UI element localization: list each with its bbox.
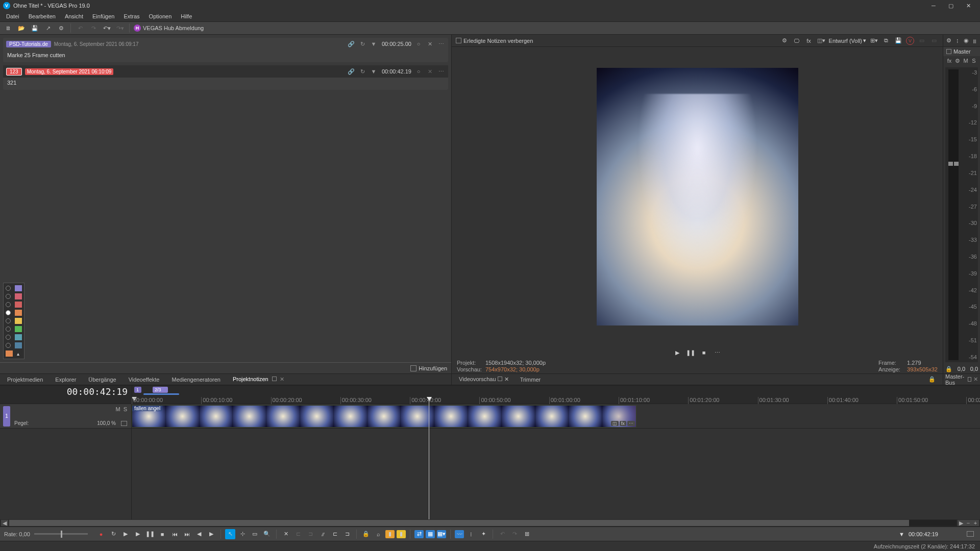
marker-in-button[interactable]: ⊏ [330, 529, 340, 539]
note-refresh-icon[interactable]: ↻ [358, 67, 366, 76]
note-item[interactable]: 123 Montag, 6. September 2021 06:10:09 🔗… [3, 65, 448, 90]
menu-hilfe[interactable]: Hilfe [177, 12, 196, 20]
preview-save-icon[interactable]: 💾 [894, 36, 903, 45]
color-radio[interactable] [6, 327, 11, 332]
playhead-triangle[interactable] [427, 397, 432, 401]
preview-btn-a[interactable]: ▭ [917, 36, 926, 45]
color-radio[interactable] [6, 310, 11, 315]
zoom-in-icon[interactable]: + [972, 520, 979, 526]
selection-tool-button[interactable]: ▭ [250, 529, 260, 539]
color-swatch[interactable] [15, 293, 22, 299]
menu-einfuegen[interactable]: Einfügen [88, 12, 118, 20]
menu-datei[interactable]: Datei [2, 12, 23, 20]
master-lock-icon[interactable]: 🔒 [945, 366, 952, 372]
menu-bearbeiten[interactable]: Bearbeiten [24, 12, 60, 20]
preview-v-icon[interactable]: V [906, 37, 914, 45]
delete-button[interactable]: ✕ [281, 529, 291, 539]
preview-external-icon[interactable]: 🖵 [792, 36, 801, 45]
menu-ansicht[interactable]: Ansicht [61, 12, 87, 20]
timeline-scrollbar[interactable]: ◀ ▶ − + [0, 519, 980, 527]
trim-end-button[interactable]: ⊐ [305, 529, 315, 539]
clip-more-icon[interactable]: ⋯ [627, 421, 635, 426]
master-mute-button[interactable]: M [963, 58, 969, 64]
tab-videovorschau[interactable]: Videovorschau ✕ [455, 375, 513, 384]
preview-btn-b[interactable]: ▭ [929, 36, 939, 45]
timeline-marker[interactable]: 2/3 [153, 387, 168, 393]
color-swatch[interactable] [15, 342, 22, 348]
stop-button[interactable]: ■ [157, 529, 167, 539]
timeline-marker-bar[interactable]: 1 2/3 [132, 386, 980, 397]
note-marker-icon[interactable]: ▼ [370, 67, 378, 76]
play-start-button[interactable]: ▶ [120, 529, 131, 539]
cursor-tool-button[interactable]: ↖ [225, 529, 235, 539]
preview-stop-icon[interactable]: ■ [700, 348, 708, 357]
redo-tl-button[interactable]: ↷ [509, 529, 520, 539]
rate-control[interactable]: Rate: 0,00 [0, 531, 92, 537]
scroll-left-icon[interactable]: ◀ [1, 520, 8, 526]
undo-tl-button[interactable]: ↶ [497, 529, 507, 539]
playhead[interactable] [429, 397, 429, 519]
palette-arrow-icon[interactable]: ▴ [17, 351, 19, 357]
properties-icon[interactable]: ⚙ [56, 23, 66, 33]
preview-settings-icon[interactable]: ⚙ [780, 36, 789, 45]
note-more-icon[interactable]: ⋯ [437, 67, 445, 76]
hide-done-notes-checkbox[interactable]: Erledigte Notizen verbergen [456, 38, 533, 44]
preview-play-icon[interactable]: ▶ [673, 348, 681, 357]
timeline-region[interactable] [143, 393, 179, 395]
menu-optionen[interactable]: Optionen [145, 12, 176, 20]
scroll-right-icon[interactable]: ▶ [958, 520, 965, 526]
clip-crop-icon[interactable]: ◫ [611, 421, 619, 426]
color-palette-popup[interactable]: ▴ [3, 283, 24, 359]
note-link-icon[interactable]: 🔗 [347, 67, 355, 76]
tab-close-icon[interactable]: ✕ [973, 376, 978, 383]
note-done-icon[interactable]: ○ [414, 40, 423, 48]
lock-button[interactable]: 🔒 [361, 529, 371, 539]
snap-button[interactable]: ⌕ [373, 529, 383, 539]
preview-grid-icon[interactable]: ⊞▾ [869, 36, 878, 45]
tab-window-icon[interactable] [498, 377, 502, 381]
color-swatch[interactable] [15, 285, 22, 291]
region-button[interactable]: ▮ [397, 530, 406, 538]
track-row[interactable]: fallen angel ◫ fx ⋯ [132, 404, 980, 429]
go-start-button[interactable]: ⏮ [169, 529, 180, 539]
next-frame-button[interactable]: ▶ [206, 529, 216, 539]
track-solo-button[interactable]: S [124, 406, 127, 412]
tab-uebergaenge[interactable]: Übergänge [83, 375, 121, 384]
tab-mediengeneratoren[interactable]: Mediengeneratoren [167, 375, 226, 384]
color-radio[interactable] [6, 335, 11, 340]
marker-out-button[interactable]: ⊐ [342, 529, 352, 539]
play-button[interactable]: ▶ [133, 529, 143, 539]
vegas-hub-link[interactable]: H VEGAS Hub Abmeldung [134, 24, 204, 32]
edit-tool-button[interactable]: ⊹ [237, 529, 248, 539]
footer-display-icon[interactable] [967, 531, 974, 537]
clip-fx-icon[interactable]: fx [620, 421, 626, 426]
trim-start-button[interactable]: ⊏ [293, 529, 303, 539]
undo-dropdown-icon[interactable]: ↶▾ [102, 23, 112, 33]
color-swatch[interactable] [15, 302, 22, 308]
tab-videoeffekte[interactable]: Videoeffekte [124, 375, 165, 384]
footer-timecode[interactable]: 00:00:42:19 [909, 531, 938, 537]
redo-dropdown-icon[interactable]: ↷▾ [115, 23, 125, 33]
color-swatch[interactable] [15, 318, 22, 324]
color-radio[interactable] [6, 343, 11, 348]
tab-projektmedien[interactable]: Projektmedien [2, 375, 48, 384]
save-icon[interactable]: 💾 [30, 23, 40, 33]
note-delete-icon[interactable]: ✕ [426, 40, 434, 48]
nested-button[interactable]: ⊞ [522, 529, 532, 539]
tab-master-bus[interactable]: Master-Bus [945, 373, 968, 386]
master-meter-icon[interactable]: ◉ [963, 37, 969, 44]
master-fx-button[interactable]: fx [946, 58, 952, 64]
marker-button[interactable]: ▮ [385, 530, 395, 538]
master-faders-icon[interactable]: ⫼ [971, 37, 978, 44]
tab-explorer[interactable]: Explorer [50, 375, 81, 384]
color-radio[interactable] [6, 302, 11, 307]
color-swatch[interactable] [15, 326, 22, 332]
close-button[interactable]: ✕ [960, 0, 977, 11]
render-icon[interactable]: ↗ [43, 23, 53, 33]
preview-more-icon[interactable]: ⋯ [713, 348, 721, 357]
note-link-icon[interactable]: 🔗 [347, 40, 355, 48]
timeline-marker[interactable]: 1 [134, 387, 141, 393]
go-end-button[interactable]: ⏭ [182, 529, 192, 539]
master-meter[interactable]: -3-6-9 -12-15-18 -21-24-27 -30-33-36 -39… [945, 67, 978, 362]
record-button[interactable]: ● [96, 529, 106, 539]
